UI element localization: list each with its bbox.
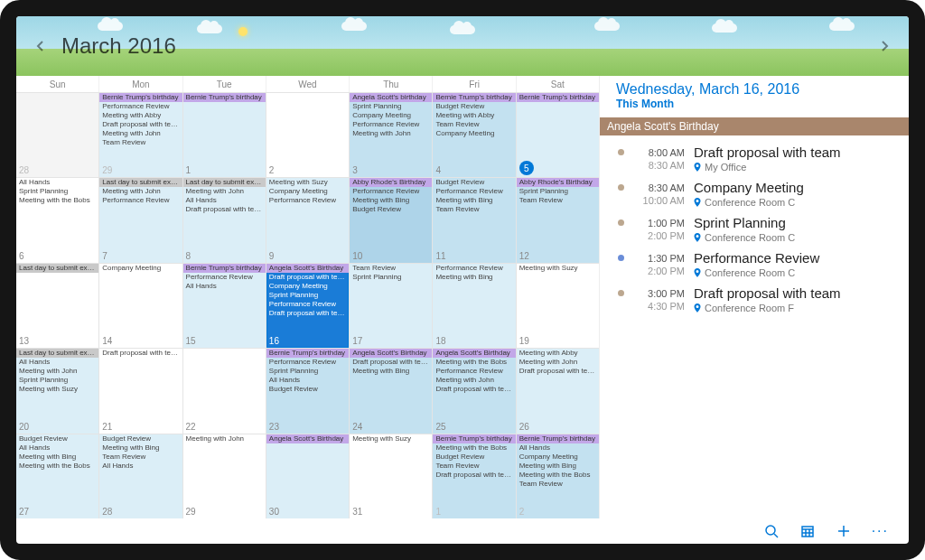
calendar-event[interactable]: Meeting with Suzy [16,385,98,394]
day-cell[interactable]: Budget ReviewPerformance ReviewMeeting w… [433,178,516,262]
calendar-event[interactable]: Sprint Planning [16,376,98,385]
calendar-event[interactable]: Sprint Planning [266,291,349,300]
calendar-event[interactable]: Performance Review [433,264,515,273]
day-cell[interactable]: Bernie Trump's birthdayPerformance Revie… [183,264,266,348]
calendar-event[interactable]: Meeting with the Bobs [517,471,599,480]
next-month-button[interactable] [876,38,892,54]
allday-banner[interactable]: Angela Scott's Birthday [266,264,349,273]
calendar-event[interactable]: Meeting with Suzy [517,264,599,273]
calendar-event[interactable]: Meeting with John [99,187,182,196]
calendar-event[interactable]: Company Meeting [350,111,432,120]
calendar-event[interactable]: Team Review [99,138,182,147]
calendar-event[interactable]: Draft proposal with team [99,349,182,358]
agenda-item[interactable]: 1:00 PM2:00 PMSprint PlanningConference … [616,215,892,243]
day-cell[interactable]: Bernie Trump's birthdayMeeting with the … [433,434,516,518]
calendar-event[interactable]: Performance Review [433,367,515,376]
calendar-event[interactable]: Team Review [433,462,515,471]
day-cell[interactable]: Angela Scott's BirthdayDraft proposal wi… [266,264,350,348]
calendar-event[interactable]: Meeting with John [99,129,182,138]
calendar-event[interactable]: Meeting with Abby [99,111,182,120]
allday-banner[interactable]: Bernie Trump's birthday [517,434,599,443]
allday-banner[interactable]: Last day to submit expense [183,178,266,187]
calendar-event[interactable]: Draft proposal with team [99,120,182,129]
calendar-event[interactable]: Draft proposal with team [266,309,349,318]
allday-banner[interactable]: Last day to submit expense [16,264,98,273]
calendar-event[interactable]: Performance Review [433,187,515,196]
calendar-event[interactable]: Draft proposal with team [183,205,266,214]
day-cell[interactable]: Bernie Trump's birthdayPerformance Revie… [99,93,182,177]
calendar-event[interactable]: Meeting with Bing [350,367,432,376]
calendar-event[interactable]: Meeting with John [350,129,432,138]
day-cell[interactable]: Meeting with John29 [183,434,266,518]
day-cell[interactable]: Bernie Trump's birthday1 [183,93,266,177]
agenda-item[interactable]: 8:30 AM10:00 AMCompany MeetingConference… [616,180,892,208]
calendar-event[interactable]: Meeting with Suzy [350,434,432,443]
calendar-event[interactable]: Meeting with John [183,434,266,443]
calendar-event[interactable]: Meeting with John [16,367,98,376]
day-cell[interactable]: Meeting with Suzy19 [517,264,599,348]
day-cell[interactable]: Performance ReviewMeeting with Bing18 [433,264,516,348]
calendar-event[interactable]: All Hands [183,196,266,205]
day-cell[interactable]: Team ReviewSprint Planning17 [350,264,433,348]
day-cell[interactable]: Meeting with SuzyCompany MeetingPerforma… [266,178,350,262]
allday-banner[interactable]: Bernie Trump's birthday [183,93,266,102]
calendar-event[interactable]: Meeting with John [433,376,515,385]
calendar-event[interactable]: All Hands [16,358,98,367]
calendar-event[interactable]: Company Meeting [433,129,515,138]
allday-banner[interactable]: Bernie Trump's birthday [433,93,515,102]
calendar-event[interactable]: Performance Review [183,273,266,282]
calendar-event[interactable]: All Hands [517,443,599,453]
day-cell[interactable]: Last day to submit expenseAll HandsMeeti… [16,349,99,433]
calendar-event[interactable]: Budget Review [16,434,98,443]
day-cell[interactable]: 28 [16,93,99,177]
calendar-event[interactable]: All Hands [183,282,266,291]
day-cell[interactable]: Abby Rhode's BirthdayPerformance ReviewM… [350,178,433,262]
calendar-event[interactable]: Meeting with the Bobs [16,462,98,471]
day-cell[interactable]: All HandsSprint PlanningMeeting with the… [16,178,99,262]
calendar-event[interactable]: Draft proposal with team [433,471,515,480]
calendar-event[interactable]: Budget Review [99,434,182,443]
prev-month-button[interactable] [33,38,49,54]
day-cell[interactable]: Budget ReviewAll HandsMeeting with BingM… [16,434,99,518]
day-cell[interactable]: Angela Scott's Birthday30 [266,434,350,518]
calendar-event[interactable]: Sprint Planning [16,187,98,196]
calendar-event[interactable]: All Hands [99,462,182,471]
calendar-event[interactable]: Meeting with Bing [99,443,182,453]
calendar-event[interactable]: Meeting with Bing [350,196,432,205]
add-event-button[interactable] [836,523,852,539]
calendar-event[interactable]: Draft proposal with team [266,273,349,282]
calendar-event[interactable]: Team Review [350,264,432,273]
calendar-event[interactable]: Meeting with Abby [517,349,599,358]
calendar-event[interactable]: Sprint Planning [266,367,349,376]
allday-banner[interactable]: Bernie Trump's birthday [266,349,349,358]
calendar-event[interactable]: Draft proposal with team [350,358,432,367]
allday-banner[interactable]: Abby Rhode's Birthday [350,178,432,187]
calendar-event[interactable]: Meeting with John [183,187,266,196]
calendar-event[interactable]: Budget Review [433,178,515,187]
day-cell[interactable]: Bernie Trump's birthdayBudget ReviewMeet… [433,93,516,177]
allday-banner[interactable]: Angela Scott's Birthday [350,349,432,358]
agenda-item[interactable]: 3:00 PM4:30 PMDraft proposal with teamCo… [616,285,892,313]
agenda-item[interactable]: 1:30 PM2:00 PMPerformance ReviewConferen… [616,250,892,278]
allday-banner[interactable]: Last day to submit expense [16,349,98,358]
calendar-event[interactable]: Draft proposal with team [517,367,599,376]
calendar-event[interactable]: Team Review [517,480,599,489]
calendar-event[interactable]: Meeting with Abby [433,111,515,120]
calendar-event[interactable]: Meeting with the Bobs [433,443,515,453]
allday-banner[interactable]: Angela Scott's birthday [350,93,432,102]
day-cell[interactable]: Angela Scott's birthdaySprint PlanningCo… [350,93,433,177]
day-cell[interactable]: Company Meeting14 [99,264,182,348]
day-cell[interactable]: Meeting with AbbyMeeting with JohnDraft … [517,349,599,433]
calendar-event[interactable]: All Hands [16,178,98,187]
allday-banner[interactable]: Bernie Trump's birthday [433,434,515,443]
day-cell[interactable]: Draft proposal with team21 [99,349,182,433]
day-cell[interactable]: 22 [183,349,266,433]
day-cell[interactable]: Angela Scott's BirthdayDraft proposal wi… [350,349,433,433]
calendar-event[interactable]: Meeting with the Bobs [16,196,98,205]
calendar-event[interactable]: Company Meeting [266,282,349,291]
day-cell[interactable]: Last day to submit expenseMeeting with J… [183,178,266,262]
day-cell[interactable]: Last day to submit expenseMeeting with J… [99,178,182,262]
calendar-event[interactable]: Budget Review [266,385,349,394]
calendar-event[interactable]: Performance Review [99,196,182,205]
more-menu-button[interactable]: ··· [872,523,889,539]
